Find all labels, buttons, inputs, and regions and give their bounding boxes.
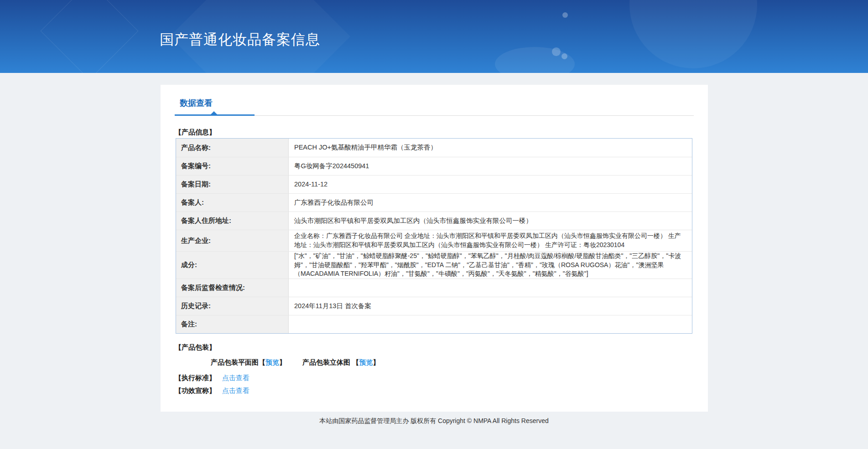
table-row-ingredients: 成分: ["水"，"矿油"，"甘油"，"鲸蜡硬脂醇聚醚-25"，"鲸蜡硬脂醇"，… bbox=[176, 251, 692, 279]
standard-label: 【执行标准】 bbox=[175, 374, 216, 382]
packaging-flat-preview-link[interactable]: 预览 bbox=[265, 358, 279, 366]
row-value: 广东雅西子化妆品有限公司 bbox=[289, 194, 692, 212]
row-value bbox=[289, 279, 692, 297]
row-value: ["水"，"矿油"，"甘油"，"鲸蜡硬脂醇聚醚-25"，"鲸蜡硬脂醇"，"苯氧乙… bbox=[289, 252, 692, 279]
standard-line: 【执行标准】点击查看 bbox=[175, 374, 249, 382]
page-title: 国产普通化妆品备案信息 bbox=[160, 32, 320, 47]
packaging-stereo-label: 产品包装立体图 bbox=[302, 358, 352, 366]
row-label: 备案编号: bbox=[176, 157, 289, 175]
page: 国产普通化妆品备案信息 数据查看 【产品信息】 产品名称: PEACH JO+氨… bbox=[0, 0, 868, 449]
row-label: 备案日期: bbox=[176, 175, 289, 193]
bracket-close: 】 bbox=[373, 358, 379, 366]
table-row-history: 历史记录: 2024年11月13日 首次备案 bbox=[176, 297, 692, 315]
row-label: 历史记录: bbox=[176, 297, 289, 315]
tab-active-arrow-icon bbox=[210, 111, 218, 115]
row-label: 成分: bbox=[176, 252, 289, 279]
efficacy-label: 【功效宣称】 bbox=[175, 387, 216, 394]
packaging-stereo-preview-link[interactable]: 预览 bbox=[359, 358, 373, 366]
banner-ellipse-decoration bbox=[495, 47, 575, 73]
bracket-close: 】 bbox=[279, 358, 286, 366]
efficacy-line: 【功效宣称】点击查看 bbox=[175, 387, 249, 395]
page-footer: 本站由国家药品监督管理局主办 版权所有 Copyright © NMPA All… bbox=[0, 412, 868, 425]
table-row-registrant: 备案人: 广东雅西子化妆品有限公司 bbox=[176, 193, 692, 212]
product-info-section-title: 【产品信息】 bbox=[175, 128, 216, 137]
packaging-stereo-group: 产品包装立体图 【预览】 bbox=[302, 358, 379, 367]
row-label: 生产企业: bbox=[176, 230, 289, 251]
row-value: PEACH JO+氨基酸精油手甲精华霜（玉龙茶香） bbox=[289, 139, 692, 157]
packaging-section-title: 【产品包装】 bbox=[175, 343, 216, 352]
table-row-record-number: 备案编号: 粤G妆网备字2024450941 bbox=[176, 157, 692, 175]
banner-circle-decoration bbox=[629, 0, 757, 68]
banner-cube-decoration bbox=[41, 0, 139, 73]
row-value: 2024-11-12 bbox=[289, 175, 692, 193]
bracket-open: 【 bbox=[259, 358, 265, 366]
banner: 国产普通化妆品备案信息 bbox=[0, 0, 868, 73]
banner-dot-decoration bbox=[561, 53, 567, 59]
bracket-open: 【 bbox=[352, 358, 359, 366]
product-info-table: 产品名称: PEACH JO+氨基酸精油手甲精华霜（玉龙茶香） 备案编号: 粤G… bbox=[176, 138, 692, 334]
table-row-record-date: 备案日期: 2024-11-12 bbox=[176, 175, 692, 193]
banner-dot-decoration bbox=[552, 47, 561, 56]
copyright-text: 本站由国家药品监督管理局主办 版权所有 Copyright © NMPA All… bbox=[319, 417, 548, 425]
standard-view-link[interactable]: 点击查看 bbox=[222, 374, 249, 382]
table-row-supervision: 备案后监督检查情况: bbox=[176, 279, 692, 297]
tab-data-view[interactable]: 数据查看 bbox=[180, 98, 213, 108]
banner-dot-decoration bbox=[562, 12, 568, 18]
row-value bbox=[289, 315, 692, 333]
table-row-remarks: 备注: bbox=[176, 315, 692, 333]
table-row-manufacturer: 生产企业: 企业名称：广东雅西子化妆品有限公司 企业地址：汕头市潮阳区和平镇和平… bbox=[176, 230, 692, 251]
row-value: 企业名称：广东雅西子化妆品有限公司 企业地址：汕头市潮阳区和平镇和平居委双凤加工… bbox=[289, 230, 692, 251]
table-row-product-name: 产品名称: PEACH JO+氨基酸精油手甲精华霜（玉龙茶香） bbox=[176, 139, 692, 157]
content-card: 数据查看 【产品信息】 产品名称: PEACH JO+氨基酸精油手甲精华霜（玉龙… bbox=[161, 85, 708, 412]
row-label: 备案人: bbox=[176, 194, 289, 212]
row-label: 备注: bbox=[176, 315, 289, 333]
row-label: 备案后监督检查情况: bbox=[176, 279, 289, 297]
row-label: 产品名称: bbox=[176, 139, 289, 157]
row-value: 2024年11月13日 首次备案 bbox=[289, 297, 692, 315]
row-value: 汕头市潮阳区和平镇和平居委双凤加工区内（汕头市恒鑫服饰实业有限公司一楼） bbox=[289, 212, 692, 230]
packaging-flat-group: 产品包装平面图【预览】 bbox=[211, 358, 286, 367]
efficacy-view-link[interactable]: 点击查看 bbox=[222, 387, 249, 394]
table-row-registrant-address: 备案人住所地址: 汕头市潮阳区和平镇和平居委双凤加工区内（汕头市恒鑫服饰实业有限… bbox=[176, 212, 692, 230]
row-label: 备案人住所地址: bbox=[176, 212, 289, 230]
row-value: 粤G妆网备字2024450941 bbox=[289, 157, 692, 175]
packaging-flat-label: 产品包装平面图 bbox=[211, 358, 259, 366]
